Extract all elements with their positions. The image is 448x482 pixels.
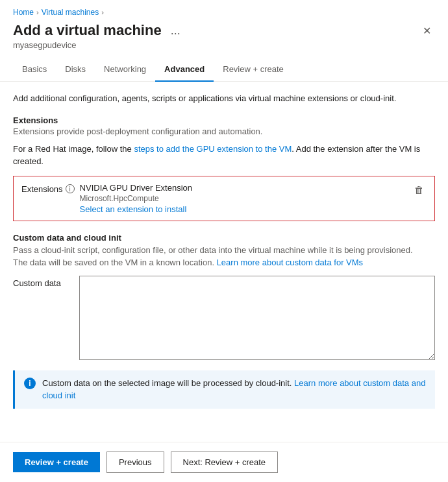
info-text-1: For a Red Hat image, follow the (13, 144, 134, 154)
extensions-info-icon[interactable]: i (66, 184, 75, 193)
info-banner-icon: i (24, 378, 36, 389)
custom-data-field-row: Custom data (13, 276, 435, 360)
footer: Review + create Previous Next: Review + … (0, 442, 448, 482)
info-banner: i Custom data on the selected image will… (13, 370, 435, 409)
review-create-button[interactable]: Review + create (13, 452, 100, 472)
tab-basics[interactable]: Basics (13, 58, 56, 82)
tab-review-create[interactable]: Review + create (214, 58, 293, 82)
add-vm-panel: Home › Virtual machines › Add a virtual … (0, 0, 448, 482)
main-content: Add additional configuration, agents, sc… (0, 82, 448, 442)
tab-description: Add additional configuration, agents, sc… (13, 92, 435, 105)
previous-button[interactable]: Previous (106, 452, 164, 473)
tabs-bar: Basics Disks Networking Advanced Review … (0, 58, 448, 82)
extensions-info: For a Red Hat image, follow the steps to… (13, 143, 435, 168)
page-title: Add a virtual machine (13, 22, 162, 39)
custom-data-learn-more-link[interactable]: Learn more about custom data for VMs (217, 258, 363, 267)
extension-publisher: Microsoft.HpcCompute (80, 194, 406, 203)
breadcrumb-sep-2: › (101, 8, 104, 16)
next-button[interactable]: Next: Review + create (171, 452, 279, 473)
tab-networking[interactable]: Networking (95, 58, 155, 82)
extensions-desc: Extensions provide post-deployment confi… (13, 127, 435, 136)
breadcrumb-home[interactable]: Home (13, 8, 34, 17)
tab-advanced[interactable]: Advanced (155, 58, 214, 82)
gpu-extension-link[interactable]: steps to add the GPU extension to the VM (134, 144, 292, 154)
extensions-section: Extensions Extensions provide post-deplo… (13, 115, 435, 221)
extensions-title: Extensions (13, 115, 435, 125)
custom-data-textarea[interactable] (79, 276, 435, 360)
subtitle: myasegpudevice (0, 40, 448, 58)
extensions-field-label: Extensions i (21, 183, 75, 194)
extensions-box: Extensions i NVIDIA GPU Driver Extension… (13, 176, 435, 221)
custom-data-label: Custom data (13, 276, 71, 288)
info-banner-text: Custom data on the selected image will b… (42, 377, 426, 402)
tab-disks[interactable]: Disks (56, 58, 95, 82)
breadcrumb-sep-1: › (36, 8, 39, 16)
header-row: Add a virtual machine ... ✕ (0, 19, 448, 40)
header-left: Add a virtual machine ... (13, 22, 184, 39)
close-button[interactable]: ✕ (419, 23, 435, 38)
custom-data-section: Custom data and cloud init Pass a cloud-… (13, 233, 435, 360)
custom-data-title: Custom data and cloud init (13, 233, 435, 243)
custom-data-desc: Pass a cloud-init script, configuration … (13, 244, 435, 269)
ellipsis-button[interactable]: ... (167, 23, 184, 39)
breadcrumb-vms[interactable]: Virtual machines (42, 8, 99, 17)
breadcrumb: Home › Virtual machines › (0, 0, 448, 19)
extension-name: NVIDIA GPU Driver Extension (80, 183, 406, 193)
extensions-content: NVIDIA GPU Driver Extension Microsoft.Hp… (80, 183, 406, 214)
select-extension-link[interactable]: Select an extension to install (80, 204, 406, 214)
delete-extension-icon[interactable]: 🗑 (412, 183, 427, 197)
